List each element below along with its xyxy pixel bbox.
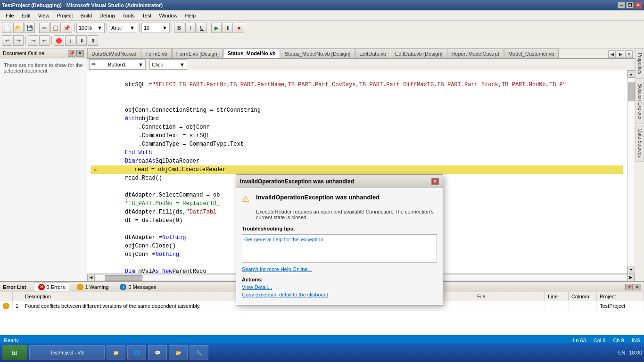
debug-start-btn[interactable]: ▶ xyxy=(211,23,222,33)
col-column[interactable]: Column xyxy=(569,292,597,301)
taskbar-btn-4[interactable]: 💬 xyxy=(148,345,167,360)
sep7 xyxy=(25,36,26,45)
step-over-btn[interactable]: ⤵ xyxy=(65,35,75,46)
col-project[interactable]: Project xyxy=(597,292,644,301)
status-right: Ln 63 Col 9 Ch 9 INS xyxy=(573,337,640,343)
status-col: Col 9 xyxy=(594,337,606,343)
restore-button[interactable]: ❐ xyxy=(626,2,634,8)
zoom-dropdown[interactable]: 100% ▼ xyxy=(76,23,105,33)
font-size-dropdown[interactable]: 10 ▼ xyxy=(141,23,170,33)
menu-test[interactable]: Test xyxy=(138,12,155,19)
cut-btn[interactable]: ✂ xyxy=(39,23,50,33)
breakpoint-btn[interactable]: 🔴 xyxy=(54,35,64,46)
taskbar: ⊞ TestProject - VS 📁 🌐 💬 📂 🔧 EN 18:00 xyxy=(0,343,644,362)
copy-exception-link[interactable]: Copy exception detail to the clipboard xyxy=(242,292,437,297)
font-dropdown[interactable]: Arial ▼ xyxy=(109,23,137,33)
menu-build[interactable]: Build xyxy=(77,12,96,19)
undo-btn[interactable]: ↩ xyxy=(2,35,12,46)
menu-debug[interactable]: Debug xyxy=(96,12,118,19)
tab-scroll-left[interactable]: ◀ xyxy=(608,50,616,58)
menu-file[interactable]: File xyxy=(2,12,18,19)
tab-editdata-design[interactable]: EditData.vb [Design] xyxy=(391,49,446,58)
italic-btn[interactable]: I xyxy=(185,23,196,33)
tab-status-model-design[interactable]: Status_ModelNo.vb [Design] xyxy=(281,49,355,58)
scroll-up-btn[interactable]: ▲ xyxy=(627,70,635,78)
properties-tab[interactable]: Properties xyxy=(635,49,644,79)
exception-content: ⚠ InvalidOperationException was unhandle… xyxy=(236,188,443,305)
close-button[interactable]: ✕ xyxy=(635,2,642,8)
toolbar-row-1: 📄 📂 💾 ✂ 📋 📌 100% ▼ Arial ▼ 10 ▼ B I U ▶ … xyxy=(2,22,642,34)
panel-pin-btn[interactable]: 📌 xyxy=(625,284,633,290)
doc-outline-pin[interactable]: 📌 xyxy=(68,50,75,57)
panel-close-btn[interactable]: ✕ xyxy=(634,284,641,290)
save-btn[interactable]: 💾 xyxy=(25,23,35,33)
tab-form1vb[interactable]: Form1.vb xyxy=(141,49,171,58)
taskbar-btn-2[interactable]: 📁 xyxy=(107,345,125,360)
scroll-thumb[interactable] xyxy=(628,82,635,101)
menu-project[interactable]: Project xyxy=(53,12,76,19)
solution-explorer-tab[interactable]: Solution Explorer xyxy=(635,80,644,124)
code-line: .CommandType = CommandType.Text xyxy=(91,140,623,148)
exception-close-btn[interactable]: ✕ xyxy=(431,178,439,185)
menu-bar: File Edit View Project Build Debug Tools… xyxy=(0,10,644,21)
step-into-btn[interactable]: ⬇ xyxy=(76,35,87,46)
menu-edit[interactable]: Edit xyxy=(18,12,34,19)
col-file[interactable]: File xyxy=(474,292,545,301)
taskbar-btn-5[interactable]: 📂 xyxy=(169,345,188,360)
messages-tab[interactable]: i 0 Messages xyxy=(116,283,160,291)
taskbar-btn-3[interactable]: 🌐 xyxy=(127,345,146,360)
taskbar-btn-6[interactable]: 🔧 xyxy=(190,345,208,360)
code-object-dropdown[interactable]: ✏ Button1 ▼ xyxy=(89,59,146,70)
tab-form1design[interactable]: Form1.vb [Design] xyxy=(172,49,223,58)
debug-pause-btn[interactable]: ⏸ xyxy=(223,23,233,33)
hscroll-right-btn[interactable]: ▶ xyxy=(627,274,635,281)
warnings-tab[interactable]: ! 1 Warning xyxy=(73,283,113,291)
copy-btn[interactable]: 📋 xyxy=(50,23,61,33)
status-ln: Ln 63 xyxy=(573,337,586,343)
step-out-btn[interactable]: ⬆ xyxy=(88,35,98,46)
data-sources-tab[interactable]: Data Sources xyxy=(635,125,644,162)
info-icon: i xyxy=(120,284,126,290)
menu-help[interactable]: Help xyxy=(182,12,200,19)
new-file-btn[interactable]: 📄 xyxy=(2,23,12,33)
view-detail-link[interactable]: View Detail... xyxy=(242,284,437,290)
tab-editdata[interactable]: EditData.vb xyxy=(355,49,390,58)
paste-btn[interactable]: 📌 xyxy=(62,23,72,33)
tab-scroll-right[interactable]: ▶ xyxy=(617,50,624,58)
debug-stop-btn[interactable]: ■ xyxy=(234,23,244,33)
scroll-track[interactable] xyxy=(627,78,635,266)
open-btn[interactable]: 📂 xyxy=(13,23,24,33)
menu-view[interactable]: View xyxy=(34,12,53,19)
outdent-btn[interactable]: ⇤ xyxy=(39,35,50,46)
menu-tools[interactable]: Tools xyxy=(119,12,139,19)
redo-btn[interactable]: ↪ xyxy=(13,35,24,46)
tab-close-active[interactable]: ✕ xyxy=(625,50,633,58)
hscroll-left-btn[interactable]: ◀ xyxy=(87,274,95,281)
exception-title-bar: InvalidOperationException was unhandled … xyxy=(236,175,443,188)
code-method-dropdown[interactable]: Click ▼ xyxy=(149,59,187,70)
editor-scrollbar-vertical[interactable]: ▲ ▼ xyxy=(627,70,635,273)
sep5 xyxy=(172,24,172,32)
underline-btn[interactable]: U xyxy=(197,23,207,33)
tips-link[interactable]: Get general help for this exception. xyxy=(244,237,325,242)
tab-datasetmodno[interactable]: DataSetModNo.xsd xyxy=(87,49,140,58)
indent-btn[interactable]: ⇥ xyxy=(28,35,38,46)
error-list-tabs: Error List ✕ 0 Errors ! 1 Warning i 0 Me… xyxy=(3,282,160,291)
exception-title-text: InvalidOperationException was unhandled xyxy=(240,178,354,185)
doc-outline-close[interactable]: ✕ xyxy=(76,50,84,57)
tab-model-customer[interactable]: Model_Customer.vb xyxy=(504,49,559,58)
menu-window[interactable]: Window xyxy=(155,12,181,19)
col-line[interactable]: Line xyxy=(545,292,569,301)
tab-status-model[interactable]: Status_ModelNo.vb xyxy=(223,49,280,58)
search-online-link[interactable]: Search for more Help Online... xyxy=(242,266,437,272)
hscroll-thumb[interactable] xyxy=(105,275,142,281)
tab-report[interactable]: Report ModelCus.rpt xyxy=(447,49,504,58)
minimize-button[interactable]: ─ xyxy=(618,2,625,8)
sep6 xyxy=(209,24,209,32)
scroll-down-btn[interactable]: ▼ xyxy=(627,266,635,273)
errors-tab[interactable]: ✕ 0 Errors xyxy=(34,282,69,291)
start-button[interactable]: ⊞ xyxy=(2,345,27,360)
bold-btn[interactable]: B xyxy=(174,23,184,33)
status-ch: Ch 9 xyxy=(613,337,624,343)
taskbar-vs-btn[interactable]: TestProject - VS xyxy=(29,345,105,360)
